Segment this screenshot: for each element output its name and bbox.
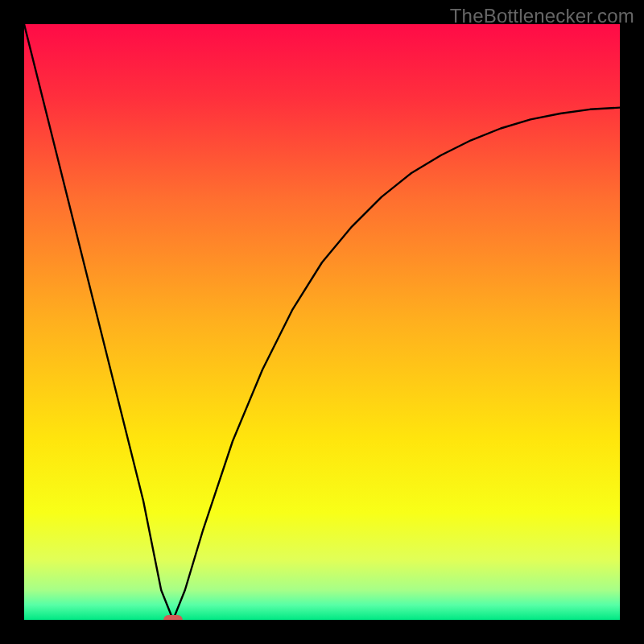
chart-frame: TheBottlenecker.com xyxy=(0,0,644,644)
minimum-marker xyxy=(163,615,183,620)
watermark-text: TheBottlenecker.com xyxy=(450,5,634,27)
gradient-background xyxy=(24,24,620,620)
plot-area xyxy=(24,24,620,620)
chart-svg xyxy=(24,24,620,620)
